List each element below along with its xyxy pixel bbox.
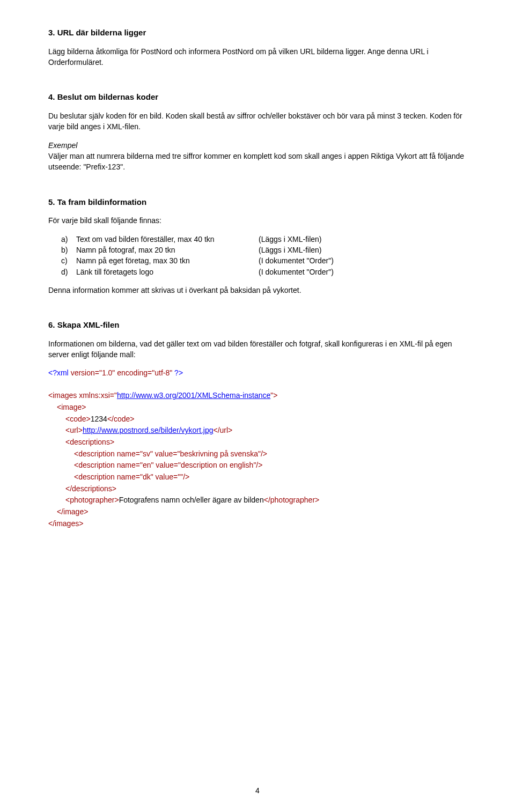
list-item: a) Text om vad bilden föreställer, max 4… bbox=[48, 234, 467, 245]
xml-description-dk: <description name="dk" value=""/> bbox=[48, 471, 467, 483]
xml-decl-close: ?> bbox=[174, 368, 183, 377]
xml-photographer-open: <photographer> bbox=[65, 496, 119, 504]
xml-code-close: </code> bbox=[107, 415, 135, 423]
xml-code-open: <code> bbox=[65, 415, 91, 423]
list-item-text: Text om vad bilden föreställer, max 40 t… bbox=[76, 234, 259, 245]
section-5: 5. Ta fram bildinformation För varje bil… bbox=[48, 196, 467, 296]
xml-photographer-line: <photographer>Fotografens namn och/eller… bbox=[48, 494, 467, 506]
section-4: 4. Beslut om bildernas koder Du beslutar… bbox=[48, 91, 467, 172]
list-item-label: b) bbox=[48, 245, 76, 255]
xml-blank-line bbox=[48, 379, 467, 390]
xml-url-open: <url> bbox=[65, 426, 83, 434]
xml-code-line: <code>1234</code> bbox=[48, 414, 467, 425]
list-item-label: d) bbox=[48, 267, 76, 277]
page-number: 4 bbox=[0, 785, 515, 796]
list-item-label: a) bbox=[48, 234, 76, 245]
xml-decl-encoding: encoding="utf-8" bbox=[117, 368, 174, 377]
xml-url-close: </url> bbox=[213, 426, 232, 434]
list-item-label: c) bbox=[48, 255, 76, 266]
list-item-note: (I dokumentet "Order") bbox=[259, 267, 334, 277]
xml-images-open: <images xmlns:xsi="http://www.w3.org/200… bbox=[48, 390, 467, 402]
example-body: Väljer man att numrera bilderna med tre … bbox=[48, 151, 467, 173]
xml-code-block: <?xml version="1.0" encoding="utf-8" ?> … bbox=[48, 367, 467, 529]
xml-images-tag-open: <images bbox=[48, 391, 79, 400]
list-item: b) Namn på fotograf, max 20 tkn (Läggs i… bbox=[48, 245, 467, 255]
xml-descriptions-open: <descriptions> bbox=[48, 437, 467, 448]
xml-description-en: <description name="en" value="descriptio… bbox=[48, 460, 467, 471]
xml-images-xmlns: xmlns:xsi=" bbox=[79, 391, 117, 400]
section-4-example: Exempel Väljer man att numrera bilderna … bbox=[48, 140, 467, 173]
xml-declaration: <?xml version="1.0" encoding="utf-8" ?> bbox=[48, 367, 467, 379]
xml-image-open: <image> bbox=[48, 402, 467, 414]
section-6-paragraph: Informationen om bilderna, vad det gälle… bbox=[48, 338, 467, 360]
heading-6: 6. Skapa XML-filen bbox=[48, 319, 467, 331]
section-3: 3. URL där bilderna ligger Lägg bilderna… bbox=[48, 27, 467, 68]
xml-images-tag-close: "> bbox=[270, 391, 277, 400]
xml-decl-open: <?xml bbox=[48, 368, 71, 377]
list-item-note: (Läggs i XML-filen) bbox=[259, 245, 322, 255]
list-item-text: Namn på eget företag, max 30 tkn bbox=[76, 255, 259, 266]
list-item-text: Namn på fotograf, max 20 tkn bbox=[76, 245, 259, 255]
xml-descriptions-close: </descriptions> bbox=[48, 483, 467, 495]
section-4-paragraph: Du beslutar själv koden för en bild. Kod… bbox=[48, 110, 467, 132]
section-5-intro: För varje bild skall följande finnas: bbox=[48, 215, 467, 226]
list-item: c) Namn på eget företag, max 30 tkn (I d… bbox=[48, 255, 467, 266]
document-page: 3. URL där bilderna ligger Lägg bilderna… bbox=[0, 0, 515, 812]
section-5-list: a) Text om vad bilden föreställer, max 4… bbox=[48, 234, 467, 277]
xml-images-close: </images> bbox=[48, 518, 467, 530]
heading-4: 4. Beslut om bildernas koder bbox=[48, 91, 467, 103]
xml-image-close: </image> bbox=[48, 506, 467, 518]
section-3-paragraph: Lägg bilderna åtkomliga för PostNord och… bbox=[48, 46, 467, 68]
section-5-outro: Denna information kommer att skrivas ut … bbox=[48, 285, 467, 296]
heading-5: 5. Ta fram bildinformation bbox=[48, 196, 467, 208]
list-item: d) Länk till företagets logo (I dokument… bbox=[48, 267, 467, 277]
section-6: 6. Skapa XML-filen Informationen om bild… bbox=[48, 319, 467, 529]
xml-photographer-close: </photographer> bbox=[264, 496, 320, 504]
heading-3: 3. URL där bilderna ligger bbox=[48, 27, 467, 39]
list-item-text: Länk till företagets logo bbox=[76, 267, 259, 277]
xml-description-sv: <description name="sv" value="beskrivnin… bbox=[48, 448, 467, 460]
xml-code-value: 1234 bbox=[91, 415, 107, 423]
list-item-note: (Läggs i XML-filen) bbox=[259, 234, 322, 245]
list-item-note: (I dokumentet "Order") bbox=[259, 255, 334, 266]
xml-schema-url[interactable]: http://www.w3.org/2001/XMLSchema-instanc… bbox=[117, 391, 270, 400]
example-label: Exempel bbox=[48, 140, 467, 151]
xml-decl-version: version="1.0" bbox=[71, 368, 117, 377]
xml-url-line: <url>http://www.postnord.se/bilder/vykor… bbox=[48, 425, 467, 437]
xml-photographer-value: Fotografens namn och/eller ägare av bild… bbox=[119, 496, 264, 504]
xml-url-value[interactable]: http://www.postnord.se/bilder/vykort.jpg bbox=[83, 426, 214, 434]
